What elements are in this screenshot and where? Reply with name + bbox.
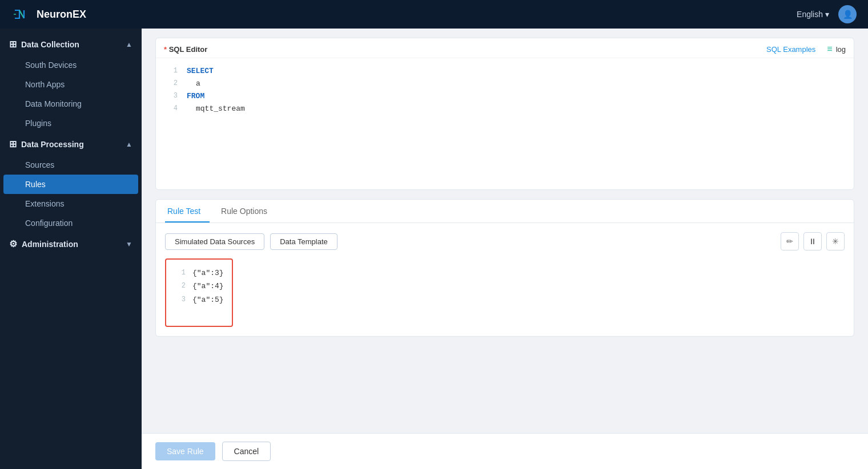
sidebar: ⊞ Data Collection ▲ South Devices North …: [0, 29, 142, 469]
user-avatar[interactable]: 👤: [838, 5, 857, 23]
sidebar-section-data-processing[interactable]: ⊞ Data Processing ▲: [0, 133, 142, 155]
simulated-data-sources-button[interactable]: Simulated Data Sources: [165, 233, 264, 250]
sim-line-1: 1 {"a":3}: [174, 266, 224, 280]
sidebar-item-plugins[interactable]: Plugins: [0, 114, 142, 133]
content-area: * SQL Editor SQL Examples ≡ log 1 SELECT: [142, 29, 868, 469]
simulated-data-container: 1 {"a":3} 2 {"a":4} 3 {"a":5}: [165, 258, 845, 327]
tab-rule-options[interactable]: Rule Options: [219, 200, 276, 223]
rule-btns-right: ✏ ⏸ ✳: [781, 232, 845, 250]
data-collection-chevron-icon: ▲: [126, 41, 132, 48]
log-icon: ≡: [827, 44, 832, 54]
pause-button[interactable]: ⏸: [803, 232, 822, 250]
clear-icon: ✏: [786, 237, 793, 246]
sidebar-item-north-apps[interactable]: North Apps: [0, 75, 142, 94]
sql-editor-header-right: SQL Examples ≡ log: [766, 44, 846, 54]
sidebar-item-rules[interactable]: Rules: [3, 175, 138, 194]
log-button[interactable]: ≡ log: [827, 44, 846, 54]
data-processing-icon: ⊞: [9, 139, 17, 149]
administration-chevron-icon: ▼: [126, 240, 132, 248]
sidebar-section-dp-left: ⊞ Data Processing: [9, 139, 84, 149]
main-layout: ⊞ Data Collection ▲ South Devices North …: [0, 29, 868, 469]
sidebar-item-data-monitoring[interactable]: Data Monitoring: [0, 94, 142, 114]
sidebar-section-admin-left: ⚙ Administration: [9, 238, 78, 249]
rule-section-card: Rule Test Rule Options Simulated Data So…: [155, 199, 854, 337]
rule-tabs: Rule Test Rule Options: [156, 200, 854, 223]
sidebar-section-label-administration: Administration: [22, 240, 78, 249]
sql-editor-title: * SQL Editor: [164, 45, 207, 54]
sql-examples-link[interactable]: SQL Examples: [766, 45, 815, 54]
save-rule-button[interactable]: Save Rule: [155, 442, 215, 460]
administration-icon: ⚙: [9, 238, 17, 249]
pause-icon: ⏸: [809, 237, 817, 246]
tab-rule-test[interactable]: Rule Test: [165, 200, 210, 223]
code-line-3: 3 FROM: [164, 90, 846, 103]
data-collection-items: South Devices North Apps Data Monitoring…: [0, 55, 142, 133]
rule-btns-left: Simulated Data Sources Data Template: [165, 233, 337, 250]
spin-button[interactable]: ✳: [826, 232, 845, 250]
topnav-right: English ▾ 👤: [797, 5, 857, 23]
logo-area: NeuronEX: [11, 5, 86, 24]
language-selector[interactable]: English ▾: [797, 10, 829, 19]
rule-body: Simulated Data Sources Data Template ✏ ⏸: [156, 223, 854, 336]
sql-editor-card: * SQL Editor SQL Examples ≡ log 1 SELECT: [155, 38, 854, 190]
language-chevron-icon: ▾: [825, 10, 829, 19]
sim-data-area[interactable]: 1 {"a":3} 2 {"a":4} 3 {"a":5}: [165, 258, 233, 327]
code-line-2: 2 a: [164, 78, 846, 90]
sidebar-section-data-collection[interactable]: ⊞ Data Collection ▲: [0, 33, 142, 55]
cancel-button[interactable]: Cancel: [222, 442, 271, 461]
sidebar-section-administration[interactable]: ⚙ Administration ▼: [0, 233, 142, 255]
app-title: NeuronEX: [37, 9, 86, 21]
sidebar-section-label-data-collection: Data Collection: [21, 40, 79, 49]
language-label: English: [797, 10, 823, 19]
content-footer: Save Rule Cancel: [142, 433, 868, 469]
sidebar-item-configuration[interactable]: Configuration: [0, 213, 142, 233]
sim-line-2: 2 {"a":4}: [174, 280, 224, 293]
spin-icon: ✳: [832, 237, 839, 246]
sidebar-item-sources[interactable]: Sources: [0, 155, 142, 175]
data-template-button[interactable]: Data Template: [270, 233, 337, 250]
sim-line-3: 3 {"a":5}: [174, 293, 224, 306]
content-inner: * SQL Editor SQL Examples ≡ log 1 SELECT: [142, 29, 868, 433]
sidebar-item-extensions[interactable]: Extensions: [0, 194, 142, 213]
data-processing-chevron-icon: ▲: [126, 140, 132, 148]
sidebar-item-south-devices[interactable]: South Devices: [0, 55, 142, 75]
code-line-4: 4 mqtt_stream: [164, 103, 846, 115]
app-logo-icon: [11, 5, 31, 24]
data-processing-items: Sources Rules Extensions Configuration: [0, 155, 142, 233]
topnav: NeuronEX English ▾ 👤: [0, 0, 868, 29]
code-line-1: 1 SELECT: [164, 65, 846, 78]
user-icon: 👤: [843, 10, 853, 19]
data-collection-icon: ⊞: [9, 39, 17, 50]
sql-code-editor[interactable]: 1 SELECT 2 a 3 FROM 4 mqtt_stream: [156, 58, 854, 189]
clear-button[interactable]: ✏: [781, 232, 799, 250]
sidebar-section-left: ⊞ Data Collection: [9, 39, 79, 50]
sidebar-section-label-data-processing: Data Processing: [21, 140, 84, 149]
required-mark: *: [164, 45, 169, 54]
rule-actions-row: Simulated Data Sources Data Template ✏ ⏸: [165, 232, 845, 250]
sql-editor-header: * SQL Editor SQL Examples ≡ log: [156, 38, 854, 58]
